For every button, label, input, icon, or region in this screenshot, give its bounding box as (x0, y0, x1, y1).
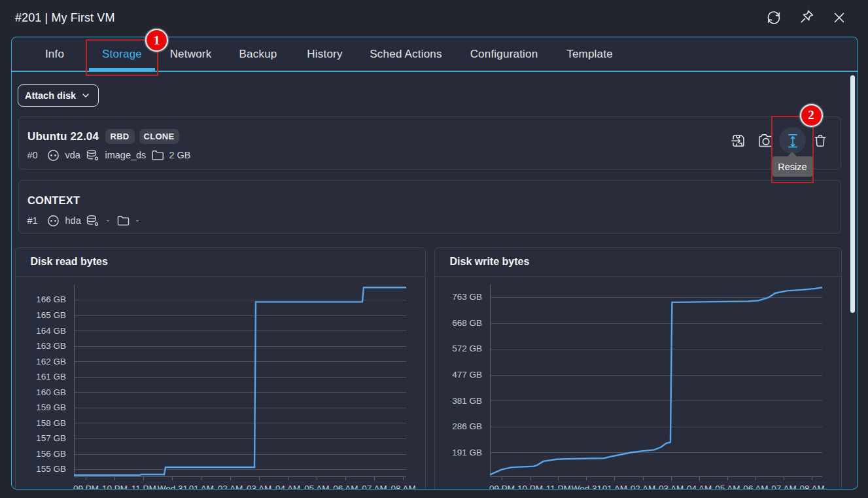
svg-text:06 AM: 06 AM (743, 483, 768, 489)
svg-text:06 AM: 06 AM (333, 483, 358, 489)
svg-text:165 GB: 165 GB (36, 310, 66, 320)
svg-text:09 PM: 09 PM (73, 483, 98, 489)
svg-text:05 AM: 05 AM (304, 483, 329, 489)
svg-text:Wed 31: Wed 31 (571, 483, 601, 489)
svg-text:156 GB: 156 GB (36, 449, 66, 459)
svg-text:05 AM: 05 AM (715, 483, 740, 489)
svg-text:03 AM: 03 AM (246, 483, 271, 489)
svg-text:08 AM: 08 AM (799, 483, 824, 489)
svg-text:161 GB: 161 GB (36, 372, 66, 382)
svg-text:10 PM: 10 PM (517, 483, 543, 489)
svg-text:157 GB: 157 GB (36, 433, 66, 443)
svg-text:01 AM: 01 AM (188, 483, 213, 489)
svg-text:10 PM: 10 PM (102, 483, 128, 489)
svg-text:162 GB: 162 GB (36, 356, 66, 366)
svg-text:07 AM: 07 AM (771, 483, 796, 489)
svg-text:11 PM: 11 PM (131, 483, 156, 489)
svg-text:166 GB: 166 GB (36, 294, 66, 304)
svg-text:477 GB: 477 GB (452, 370, 482, 380)
svg-text:11 PM: 11 PM (546, 483, 570, 489)
svg-text:07 AM: 07 AM (362, 483, 387, 489)
svg-text:163 GB: 163 GB (36, 341, 66, 351)
svg-text:159 GB: 159 GB (36, 402, 66, 412)
svg-text:572 GB: 572 GB (452, 344, 482, 353)
svg-text:763 GB: 763 GB (452, 292, 482, 302)
svg-text:286 GB: 286 GB (452, 421, 482, 431)
svg-text:04 AM: 04 AM (687, 483, 712, 489)
svg-text:158 GB: 158 GB (36, 418, 66, 427)
svg-text:08 AM: 08 AM (391, 483, 415, 489)
svg-text:191 GB: 191 GB (452, 447, 482, 457)
svg-text:164 GB: 164 GB (36, 325, 66, 335)
svg-text:Wed 31: Wed 31 (157, 483, 187, 489)
svg-text:02 AM: 02 AM (217, 483, 242, 489)
svg-text:381 GB: 381 GB (452, 395, 482, 405)
svg-text:04 AM: 04 AM (275, 483, 300, 489)
svg-text:02 AM: 02 AM (630, 483, 655, 489)
svg-text:155 GB: 155 GB (36, 464, 66, 474)
svg-text:09 PM: 09 PM (489, 483, 514, 489)
svg-text:01 AM: 01 AM (602, 483, 627, 489)
svg-text:03 AM: 03 AM (658, 483, 683, 489)
svg-text:668 GB: 668 GB (452, 318, 482, 328)
svg-text:160 GB: 160 GB (36, 387, 66, 397)
